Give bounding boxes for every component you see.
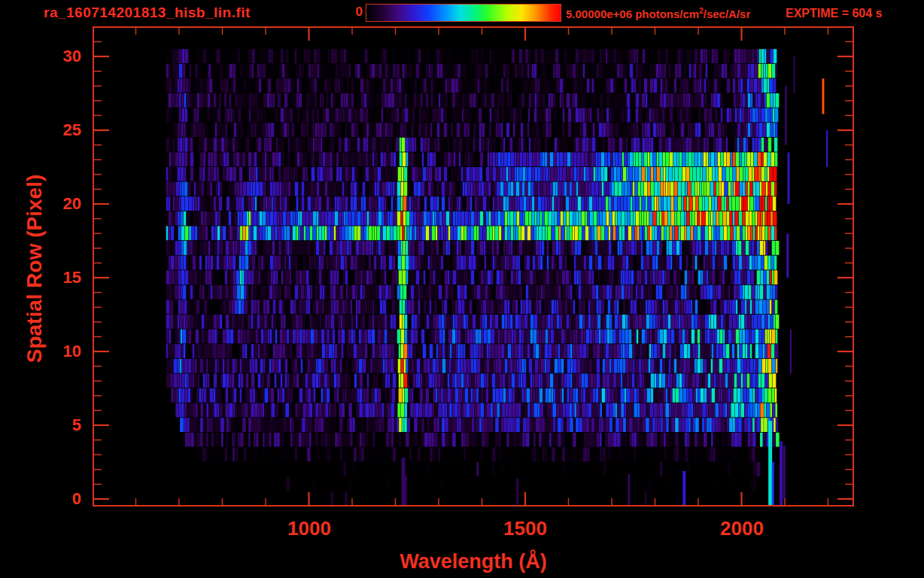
colorbar-max-value: 5.00000e+06: [566, 8, 635, 20]
colorbar-min-label: 0: [331, 5, 363, 20]
colorbar-units-suffix: /sec/A/sr: [704, 8, 751, 20]
y-tick-label-30: 30: [36, 46, 81, 67]
exptime-label: EXPTIME = 604 s: [786, 7, 883, 20]
colorbar-gradient: [366, 4, 561, 22]
x-axis-title: Wavelength (Å): [323, 550, 624, 573]
plot-area: [93, 26, 854, 507]
x-tick-label-1500: 1500: [473, 518, 578, 539]
x-tick-label-2000: 2000: [689, 518, 795, 539]
idl-spectrogram-window: { "header": { "title": "ra_160714201813_…: [0, 0, 924, 578]
y-tick-label-25: 25: [36, 120, 81, 141]
colorbar-max-label: 5.00000e+06 photons/cm2/sec/A/sr: [566, 7, 750, 20]
colorbar-units-prefix: photons/cm: [635, 8, 699, 20]
axes-and-ticks: [93, 26, 854, 507]
y-tick-label-0: 0: [36, 488, 81, 510]
x-tick-label-1000: 1000: [257, 518, 362, 539]
y-axis-title: Spatial Row (Pixel): [23, 175, 47, 364]
y-tick-label-5: 5: [36, 415, 81, 436]
file-title: ra_160714201813_hisb_lin.fit: [44, 5, 251, 21]
